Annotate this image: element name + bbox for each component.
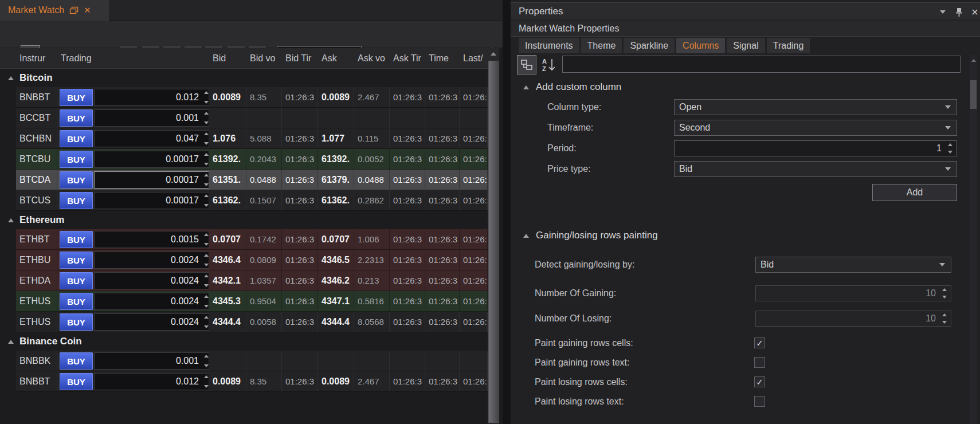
scrollbar-thumb[interactable]: [488, 61, 499, 423]
collapse-arrow-icon[interactable]: [523, 85, 529, 89]
spin-up-icon[interactable]: [204, 355, 209, 358]
quantity-input[interactable]: [94, 192, 209, 209]
column-header-bid[interactable]: Bid: [209, 48, 246, 69]
instrument-row[interactable]: BNBBTBUYSELL0.00898.3501:26:30.00892.467…: [16, 87, 488, 108]
float-window-icon[interactable]: [69, 6, 79, 14]
buy-button[interactable]: BUY: [60, 373, 93, 390]
spinner-arrows[interactable]: [203, 132, 209, 145]
quantity-input[interactable]: [94, 352, 209, 370]
quantity-stepper[interactable]: [94, 130, 209, 147]
buy-button[interactable]: BUY: [60, 293, 93, 310]
spin-up-icon[interactable]: [204, 295, 209, 298]
column-type-dropdown[interactable]: Open: [674, 99, 957, 115]
scroll-up-icon[interactable]: [970, 56, 977, 64]
paint-losing-rows-text-checkbox[interactable]: [754, 396, 765, 407]
column-header-bid-time[interactable]: Bid Tir: [282, 48, 318, 69]
column-header-last[interactable]: Last/: [460, 48, 488, 69]
quantity-input[interactable]: [94, 130, 209, 147]
number-of-losing-stepper[interactable]: [755, 311, 951, 327]
spin-up-icon[interactable]: [204, 91, 209, 94]
spin-down-icon[interactable]: [204, 264, 209, 266]
spin-down-icon[interactable]: [204, 385, 209, 388]
instrument-row[interactable]: ETHUSBUYSELL4344.40.005801:26:34344.48.0…: [16, 312, 488, 332]
quantity-input[interactable]: [94, 151, 209, 168]
spin-up-icon[interactable]: [948, 143, 952, 146]
buy-button[interactable]: BUY: [60, 171, 93, 189]
collapse-arrow-icon[interactable]: [8, 218, 14, 222]
buy-button[interactable]: BUY: [60, 231, 93, 248]
quantity-stepper[interactable]: [94, 89, 209, 106]
quantity-stepper[interactable]: [94, 373, 209, 390]
timeframe-dropdown[interactable]: Second: [674, 120, 957, 136]
paint-losing-rows-cells-checkbox[interactable]: ✓: [754, 376, 765, 387]
spinner-arrows[interactable]: [203, 194, 209, 207]
spinner-arrows[interactable]: [203, 316, 209, 328]
spinner-arrows[interactable]: [941, 313, 948, 324]
section-header[interactable]: Add custom column: [523, 81, 621, 93]
group-header[interactable]: Ethereum: [0, 211, 488, 229]
instrument-row[interactable]: BCHBNBUYSELL1.0765.08801:26:31.0770.1150…: [16, 128, 488, 149]
spin-down-icon[interactable]: [942, 321, 947, 324]
tab-market-watch[interactable]: Market Watch ✕: [0, 0, 109, 21]
instrument-row[interactable]: BNBBKBUYSELL: [16, 351, 488, 371]
spin-up-icon[interactable]: [204, 274, 209, 277]
spin-up-icon[interactable]: [204, 153, 209, 156]
spin-up-icon[interactable]: [942, 288, 947, 291]
spin-down-icon[interactable]: [204, 121, 209, 124]
instrument-row[interactable]: BNBBTBUYSELL0.00898.3501:26:30.00892.467…: [16, 371, 488, 392]
quantity-input[interactable]: [94, 109, 209, 127]
buy-button[interactable]: BUY: [60, 151, 93, 168]
spinner-arrows[interactable]: [203, 295, 209, 308]
spin-up-icon[interactable]: [204, 194, 209, 197]
buy-button[interactable]: BUY: [60, 352, 93, 370]
buy-button[interactable]: BUY: [60, 252, 93, 269]
quantity-stepper[interactable]: [94, 151, 209, 168]
spin-down-icon[interactable]: [204, 284, 209, 287]
spin-down-icon[interactable]: [204, 364, 209, 367]
quantity-stepper[interactable]: [94, 109, 209, 127]
spin-down-icon[interactable]: [948, 151, 952, 154]
spinner-arrows[interactable]: [203, 174, 209, 186]
column-header-instrument[interactable]: Instrur: [16, 48, 57, 69]
close-tab-icon[interactable]: ✕: [84, 5, 91, 15]
quantity-input[interactable]: [94, 89, 209, 106]
period-input[interactable]: [674, 140, 957, 156]
scroll-up-icon[interactable]: [488, 48, 499, 60]
buy-button[interactable]: BUY: [60, 130, 93, 147]
spin-down-icon[interactable]: [204, 101, 209, 104]
spin-up-icon[interactable]: [204, 375, 209, 378]
buy-button[interactable]: BUY: [60, 272, 93, 289]
spin-up-icon[interactable]: [942, 313, 947, 316]
instrument-row[interactable]: BTCDABUYSELL61351.0.048801:26:361379.0.0…: [16, 170, 488, 190]
quantity-input[interactable]: [94, 231, 209, 248]
instrument-row[interactable]: ETHUSBUYSELL4345.30.950401:26:34347.10.5…: [16, 291, 488, 312]
quantity-stepper[interactable]: [94, 272, 209, 289]
period-stepper[interactable]: [674, 140, 957, 156]
buy-button[interactable]: BUY: [60, 313, 93, 331]
collapse-arrow-icon[interactable]: [8, 340, 14, 344]
instrument-row[interactable]: BTCUSBUYSELL61362.0.150701:26:361362.0.2…: [16, 190, 488, 211]
spinner-arrows[interactable]: [203, 153, 209, 166]
column-header-ask[interactable]: Ask: [318, 48, 354, 69]
spin-down-icon[interactable]: [204, 204, 209, 207]
quantity-stepper[interactable]: [94, 231, 209, 248]
properties-vertical-scrollbar[interactable]: [970, 55, 977, 424]
instrument-row[interactable]: ETHBTBUYSELL0.07070.174201:26:30.07071.0…: [16, 229, 488, 250]
spin-up-icon[interactable]: [204, 233, 209, 236]
quantity-stepper[interactable]: [94, 171, 209, 189]
group-header[interactable]: Bitcoin: [0, 69, 488, 87]
quantity-stepper[interactable]: [94, 313, 209, 331]
quantity-input[interactable]: [94, 373, 209, 390]
spinner-arrows[interactable]: [203, 274, 209, 287]
market-vertical-scrollbar[interactable]: [488, 48, 499, 424]
spinner-arrows[interactable]: [947, 143, 954, 154]
spinner-arrows[interactable]: [941, 288, 948, 299]
buy-button[interactable]: BUY: [60, 109, 93, 127]
collapse-arrow-icon[interactable]: [523, 234, 529, 238]
spinner-arrows[interactable]: [203, 254, 209, 266]
add-button[interactable]: Add: [872, 184, 957, 201]
spin-up-icon[interactable]: [204, 254, 209, 257]
spin-down-icon[interactable]: [204, 325, 209, 328]
quantity-stepper[interactable]: [94, 293, 209, 310]
quantity-input[interactable]: [94, 293, 209, 310]
